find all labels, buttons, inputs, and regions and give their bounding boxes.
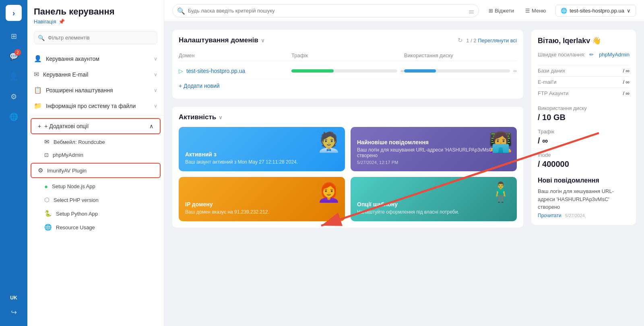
- stat-databases: Бази даних / ∞: [538, 65, 630, 76]
- account-icon: 👤: [34, 55, 42, 62]
- right-panel-content: Вітаю, Iqerlakv 👋 Швидке посилання: ✏ ph…: [531, 30, 636, 225]
- additional-options-section: + + Додаткові опції ∧: [31, 118, 161, 134]
- ftp-value: / ∞: [623, 90, 630, 96]
- php-label: Select PHP version: [54, 197, 99, 203]
- email-value: / ∞: [623, 79, 630, 85]
- python-icon: 🐍: [44, 210, 52, 217]
- sidebar-item-imunifyav-container: ⚙ ImunifyAV Plugin: [31, 163, 161, 178]
- greeting: Вітаю, Iqerlakv 👋: [538, 36, 630, 45]
- inode-resource: Inode / 400000: [538, 152, 630, 169]
- sidebar-item-webmail[interactable]: ✉ Вебмейл: Roundcube: [27, 135, 164, 149]
- activity-card-template[interactable]: 🧍‍♂️ Опції шаблону Налаштуйте оформлення…: [351, 177, 517, 221]
- advanced-label: Розширені налаштування: [46, 87, 150, 93]
- template-text: Налаштуйте оформлення під власні потреби…: [357, 209, 510, 215]
- pin-icon[interactable]: 📌: [58, 19, 65, 25]
- col-disk: Використання диску: [404, 52, 517, 58]
- phpmyadmin-icon: ⊡: [44, 152, 49, 158]
- ip-illustration: 👩‍🦰: [317, 181, 341, 203]
- additional-options-toggle[interactable]: + + Додаткові опції ∧: [31, 119, 160, 133]
- disk-bar: [404, 69, 510, 73]
- sidebar-item-python[interactable]: 🐍 Setup Python App: [27, 207, 164, 220]
- imunifyav-label: ImunifyAV Plugin: [47, 168, 87, 174]
- sidebar-item-phpmyadmin[interactable]: ⊡ phpMyAdmin: [27, 149, 164, 161]
- tab-widgets[interactable]: ⊞ Віджети: [484, 5, 519, 16]
- view-all-link[interactable]: Переглянути всі: [478, 37, 517, 44]
- sidebar-item-advanced[interactable]: 📋 Розширені налаштування ∨: [27, 82, 164, 98]
- add-new-domain-button[interactable]: + Додати новий: [179, 79, 517, 92]
- edit-icon[interactable]: ✏: [589, 52, 594, 58]
- search-input[interactable]: [172, 4, 479, 17]
- activity-title: Активність ∨: [179, 113, 517, 121]
- imunifyav-icon: ⚙: [38, 167, 43, 174]
- sidebar-title: Панель керування: [27, 6, 164, 19]
- chat-icon[interactable]: 💬 2: [5, 48, 23, 65]
- php-icon: ⬡: [44, 196, 50, 203]
- quick-link-label: Швидке посилання:: [538, 52, 585, 58]
- activity-section: Активність ∨ 🧑‍💼 Активний з Ваш акаунт а…: [172, 107, 523, 228]
- phpmyadmin-link[interactable]: phpMyAdmin: [599, 52, 630, 58]
- sidebar-subtitle: Навігація 📌: [27, 19, 164, 31]
- sidebar-item-nodejs[interactable]: ● Setup Node.js App: [27, 180, 164, 193]
- user-icon[interactable]: 👤: [5, 68, 23, 85]
- db-value: / ∞: [623, 68, 630, 74]
- domain-table: Домен Трафік Використання диску ▷ test-s…: [179, 50, 517, 77]
- resource-icon: 🌐: [44, 224, 52, 231]
- gear-icon[interactable]: ⚙: [5, 88, 23, 106]
- logo-icon[interactable]: ›: [6, 5, 22, 21]
- tab-menu[interactable]: ☰ Меню: [520, 5, 551, 16]
- language-selector[interactable]: UK: [5, 292, 23, 303]
- email-icon: ✉: [34, 71, 39, 78]
- active-illustration: 🧑‍💼: [317, 131, 341, 154]
- grid-icon[interactable]: ⊞: [5, 27, 23, 45]
- template-title: Опції шаблону: [357, 201, 510, 208]
- logout-icon[interactable]: ↪: [5, 303, 23, 321]
- sidebar-item-sysinfo[interactable]: 📁 Інформація про систему та файли ∨: [27, 98, 164, 114]
- sidebar-item-resource[interactable]: 🌐 Resource Usage: [27, 220, 164, 234]
- sidebar-filter: 🔍: [34, 31, 157, 44]
- refresh-icon[interactable]: ↻: [458, 37, 463, 44]
- play-icon[interactable]: ▷: [179, 68, 183, 74]
- filter-search-icon: 🔍: [38, 35, 45, 41]
- domains-chevron[interactable]: ∨: [261, 37, 265, 44]
- traffic-cell: ∞: [291, 68, 404, 74]
- sidebar-item-imunifyav[interactable]: ⚙ ImunifyAV Plugin: [31, 164, 160, 177]
- email-label: E-mail'и: [538, 79, 557, 85]
- col-traffic: Трафік: [291, 52, 404, 58]
- chevron-icon: ∨: [154, 103, 157, 109]
- globe-icon[interactable]: 🌐: [5, 108, 23, 126]
- search-icon: 🔍: [177, 7, 185, 15]
- icon-bar: › ⊞ 💬 2 👤 ⚙ 🌐 UK ↪: [0, 0, 27, 326]
- activity-card-active[interactable]: 🧑‍💼 Активний з Ваш акаунт активний з Mon…: [179, 127, 345, 171]
- active-title: Активний з: [185, 151, 339, 158]
- activity-grid: 🧑‍💼 Активний з Ваш акаунт активний з Mon…: [179, 127, 517, 221]
- domain-selector[interactable]: 🌐 test-sites-hostpro.pp.ua ∨: [555, 5, 636, 17]
- menu-icon: ☰: [525, 8, 530, 14]
- active-text: Ваш акаунт активний з Mon May 27 12:11:2…: [185, 159, 339, 165]
- right-panel: Вітаю, Iqerlakv 👋 Швидке посилання: ✏ ph…: [531, 30, 636, 318]
- sysinfo-label: Інформація про систему та файли: [46, 103, 150, 109]
- sidebar-item-email[interactable]: ✉ Керування E-mail ∨: [27, 66, 164, 82]
- read-link[interactable]: Прочитати: [538, 213, 561, 218]
- notification-text: Ваш логін для хешування URL-адреси 'HASH…: [538, 187, 630, 211]
- sidebar-item-account[interactable]: 👤 Керування акаунтом ∨: [27, 51, 164, 66]
- template-illustration: 🧍‍♂️: [489, 181, 513, 203]
- notification-illustration: 👩‍💻: [489, 131, 513, 154]
- chevron-icon: ∨: [154, 72, 157, 77]
- domains-section-header: Налаштування доменів ∨ ↻ 1 / 2 Перегляну…: [179, 36, 517, 44]
- webmail-label: Вебмейл: Roundcube: [54, 139, 105, 145]
- activity-card-notification[interactable]: 👩‍💻 Найновіше повідомлення Ваш логін для…: [351, 127, 517, 171]
- chevron-down-icon: ∨: [627, 8, 631, 14]
- notification-title: Найновіше повідомлення: [357, 139, 510, 145]
- sidebar-item-php[interactable]: ⬡ Select PHP version: [27, 193, 164, 207]
- stat-emails: E-mail'и / ∞: [538, 76, 630, 87]
- filter-icon[interactable]: ⚌: [469, 7, 474, 15]
- activity-chevron[interactable]: ∨: [219, 114, 223, 120]
- inode-label: Inode: [538, 152, 630, 158]
- disk-fill: [404, 69, 436, 73]
- domain-link[interactable]: test-sites-hostpro.pp.ua: [186, 68, 245, 74]
- quick-link-row: Швидке посилання: ✏ phpMyAdmin: [538, 50, 630, 59]
- phpmyadmin-label: phpMyAdmin: [53, 152, 83, 158]
- additional-options-label: + Додаткові опції: [44, 123, 146, 129]
- filter-input[interactable]: [34, 31, 157, 44]
- activity-card-ip[interactable]: 👩‍🦰 IP домену Ваш домен вказує на 91.239…: [179, 177, 345, 221]
